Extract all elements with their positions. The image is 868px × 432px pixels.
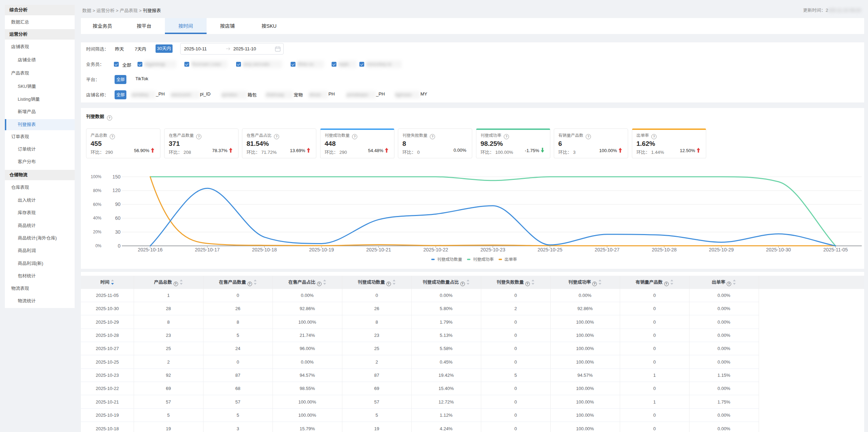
svg-text:60: 60 — [115, 215, 120, 221]
svg-text:0: 0 — [118, 243, 120, 249]
svg-text:2025-10-16: 2025-10-16 — [138, 247, 163, 252]
svg-text:0%: 0% — [95, 243, 102, 248]
svg-text:120: 120 — [112, 188, 121, 193]
svg-text:2025-10-21: 2025-10-21 — [366, 247, 391, 252]
svg-text:80%: 80% — [93, 188, 101, 193]
svg-text:2025-10-28: 2025-10-28 — [652, 247, 677, 252]
svg-text:20%: 20% — [93, 230, 101, 234]
svg-text:60%: 60% — [93, 202, 101, 207]
svg-text:2025-10-27: 2025-10-27 — [595, 247, 620, 252]
svg-text:30: 30 — [115, 229, 120, 235]
svg-text:100%: 100% — [91, 174, 101, 179]
svg-text:2025-11-05: 2025-11-05 — [823, 247, 848, 252]
svg-text:2025-10-29: 2025-10-29 — [709, 247, 734, 252]
svg-text:2025-10-22: 2025-10-22 — [423, 247, 448, 252]
svg-text:2025-10-30: 2025-10-30 — [766, 247, 791, 252]
svg-text:2025-10-17: 2025-10-17 — [195, 247, 220, 252]
svg-text:2025-10-18: 2025-10-18 — [252, 247, 277, 252]
svg-text:2025-10-19: 2025-10-19 — [309, 247, 334, 252]
svg-text:2025-10-23: 2025-10-23 — [481, 247, 506, 252]
svg-text:90: 90 — [115, 201, 120, 207]
svg-text:40%: 40% — [93, 216, 101, 221]
svg-text:2025-10-25: 2025-10-25 — [537, 247, 562, 252]
svg-text:150: 150 — [112, 174, 121, 180]
